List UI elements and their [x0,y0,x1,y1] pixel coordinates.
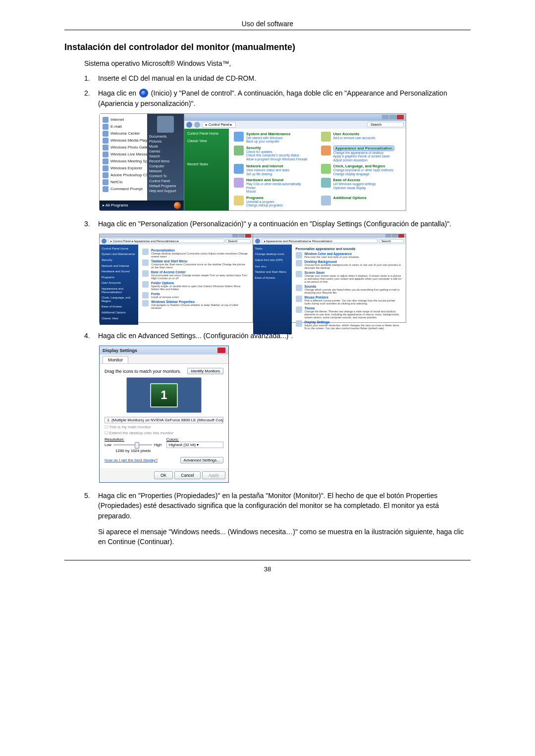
startmenu-category[interactable]: Search [149,154,182,158]
nav-back-icon[interactable] [255,239,260,244]
category-icon [321,164,331,174]
sidebar-item[interactable]: User Accounts [102,281,136,285]
cp-category[interactable]: Additional Options [321,196,401,207]
sidebar-item[interactable]: Adjust font size (DPI) [255,258,290,262]
sidebar-item[interactable]: Appearance and Personalization [102,287,136,294]
monitor-select[interactable]: 1. (Multiple Monitors) on NVIDIA GeForce… [105,417,223,423]
startmenu-category[interactable]: Games [149,150,182,153]
personalize-item[interactable]: Mouse PointersPick a different mouse poi… [296,296,402,305]
window-controls[interactable] [381,115,404,120]
sidebar-item[interactable]: Change desktop icons [255,252,290,256]
nav-fwd-icon[interactable] [194,122,200,128]
startmenu-category[interactable]: Network [149,169,182,173]
sidebar-item[interactable]: Clock, Language, and Region [102,296,136,302]
step-text: Inserte el CD del manual en la unidad de… [98,73,471,83]
breadcrumb[interactable]: ▸ Control Panel ▸ [202,122,236,128]
app-icon [103,145,108,151]
monitor-preview[interactable]: 1 [126,377,202,413]
cp-category[interactable]: Hardware and SoundPlay CDs or other medi… [234,178,314,193]
step-text: Haga clic en "Personalization (Personali… [98,219,471,229]
identify-monitors-button[interactable]: Identify Monitors [187,368,223,374]
search-input[interactable]: Search [367,122,404,127]
nav-back-icon[interactable] [186,122,192,128]
sidebar-item[interactable]: Programs [102,276,136,279]
startmenu-category[interactable]: Documents [149,135,182,138]
step-text-part: Haga clic en [98,89,138,97]
app-icon [103,186,108,192]
sidebar-item[interactable]: Hardware and Sound [102,270,136,273]
cp-category[interactable]: System and MaintenanceGet started with W… [234,132,314,144]
startmenu-category[interactable]: Help and Support [149,189,182,193]
cp-category[interactable]: Network and InternetView network status … [234,164,314,176]
display-settings-dialog: Display Settings Monitor Drag the icons … [99,346,229,483]
cp-home-link[interactable]: Control Panel Home [187,132,226,135]
app-icon [103,117,108,123]
cp-category[interactable]: Appearance and PersonalizationChange the… [321,146,401,162]
see-also-link[interactable]: Ease of Access [255,276,290,280]
step-number: 3. [84,219,98,229]
appearance-item[interactable]: PersonalizationChange desktop background… [142,249,249,258]
sidebar-item[interactable]: Security [102,258,136,262]
appearance-item[interactable]: FontsInstall or remove a font [142,292,249,299]
power-icon[interactable] [174,202,181,209]
startmenu-category[interactable]: Music [149,145,182,148]
startmenu-category[interactable]: Connect To [149,174,182,178]
sidebar-item[interactable]: Control Panel Home [102,247,136,251]
see-also-link[interactable]: Taskbar and Start Menu [255,270,290,274]
sidebar-item[interactable]: Tasks [255,247,290,251]
item-icon [296,306,302,313]
startmenu-category[interactable]: Computer [149,164,182,168]
step-number: 5. [84,491,98,547]
category-icon [321,178,331,188]
personalization-window: ▸ Appearance and Personalization ▸ Perso… [253,234,407,323]
resolution-slider[interactable]: LowHigh [105,443,161,447]
item-icon [296,252,302,258]
breadcrumb[interactable]: ▸ Control Panel ▸ Appearance and Persona… [108,239,224,243]
sidebar-item[interactable]: Additional Options [102,311,136,314]
personalize-item[interactable]: Desktop BackgroundChoose from available … [296,260,402,269]
search-input[interactable]: Search [379,239,404,243]
sidebar-item[interactable]: Classic View [102,317,136,320]
help-link[interactable]: How do I get the best display? [105,458,158,462]
pane-heading: Personalize appearance and sounds [296,247,402,251]
cp-category[interactable]: User AccountsAdd or remove user accounts [321,132,401,144]
dialog-title: Display Settings [103,348,137,353]
all-programs-link[interactable]: ▸ All Programs [103,203,128,207]
appearance-item[interactable]: Taskbar and Start MenuCustomize the Star… [142,259,249,269]
sidebar-item[interactable]: Network and Internet [102,264,136,268]
close-icon[interactable] [217,348,225,353]
breadcrumb[interactable]: ▸ Appearance and Personalization ▸ Perso… [262,239,378,243]
category-icon [234,178,244,188]
sidebar-item[interactable]: Ease of Access [102,305,136,308]
item-icon [296,285,302,291]
item-icon [142,259,149,266]
tab-monitor[interactable]: Monitor [103,356,128,363]
appearance-item[interactable]: Ease of Access CenterAccommodate low vis… [142,270,249,280]
nav-back-icon[interactable] [102,239,107,244]
appearance-item[interactable]: Windows Sidebar PropertiesAdd gadgets to… [142,300,249,309]
startmenu-category[interactable]: Default Programs [149,184,182,188]
advanced-settings-button[interactable]: Advanced Settings... [180,457,223,463]
personalize-item[interactable]: ThemeChange the theme. Themes can change… [296,306,402,319]
cp-category[interactable]: ProgramsUninstall a programChange startu… [234,196,314,207]
search-input[interactable]: Search [226,239,251,243]
cancel-button[interactable]: Cancel [174,471,200,479]
cp-category[interactable]: Clock, Language, and RegionChange keyboa… [321,164,401,176]
sidebar-item[interactable]: System and Maintenance [102,252,136,256]
personalize-item[interactable]: Screen SaverChange your screen saver or … [296,271,402,283]
colors-select[interactable]: Highest (32 bit) ▾ [166,442,223,448]
startmenu-category[interactable]: Recent Items [149,159,182,163]
startmenu-category[interactable]: Control Panel [149,179,182,183]
app-icon [103,131,108,137]
startmenu-category[interactable]: Pictures [149,140,182,143]
avatar [157,116,174,133]
personalize-item[interactable]: Window Color and AppearanceFine tune the… [296,252,402,258]
personalize-item[interactable]: Display SettingsAdjust your monitor reso… [296,320,402,330]
ok-button[interactable]: OK [154,471,173,479]
cp-classic-link[interactable]: Classic View [187,139,226,143]
personalize-item[interactable]: SoundsChange which sounds are heard when… [296,285,402,294]
step-text: Haga clic en "Properties (Propiedades)" … [98,491,471,547]
appearance-item[interactable]: Folder OptionsSpecify single- or double-… [142,281,249,291]
cp-category[interactable]: Ease of AccessLet Windows suggest settin… [321,178,401,193]
cp-category[interactable]: SecurityCheck for updatesCheck this comp… [234,146,314,162]
